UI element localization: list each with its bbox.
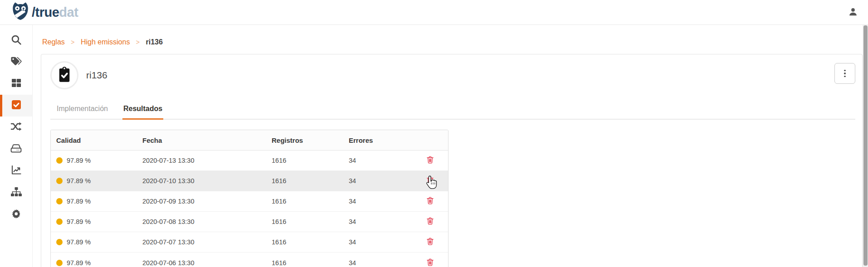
quality-value: 97.89 % [67, 198, 91, 205]
quality-dot [56, 178, 63, 184]
trash-icon [427, 156, 434, 165]
breadcrumb-link-high-emissions[interactable]: High emissions [81, 38, 130, 46]
breadcrumb-separator: > [136, 39, 140, 46]
breadcrumb-current: ri136 [146, 38, 162, 46]
records-value: 1616 [272, 157, 349, 164]
sidebar-item-dashboards[interactable] [0, 160, 32, 182]
check-square-icon [11, 99, 22, 112]
app-window: /truedat [0, 0, 868, 267]
gear-icon [11, 209, 21, 220]
rule-card-header: ri136 [50, 61, 855, 89]
records-value: 1616 [272, 238, 349, 246]
trash-icon [427, 176, 434, 185]
quality-value: 97.89 % [67, 238, 91, 246]
sidebar-item-taxonomy[interactable] [0, 182, 32, 204]
sitemap-icon [10, 186, 22, 199]
table-header-row: Calidad Fecha Registros Errores [51, 130, 448, 150]
quality-value: 97.89 % [67, 157, 91, 164]
date-value: 2020-07-08 13:30 [142, 218, 272, 225]
owl-logo-icon [12, 2, 29, 23]
delete-result-button[interactable] [425, 154, 435, 167]
scrollbar-thumb[interactable] [863, 25, 868, 266]
sidebar-item-quality-rules[interactable] [0, 95, 32, 117]
errors-value: 34 [349, 198, 412, 205]
chart-line-icon [11, 165, 22, 177]
logo-text-secondary: dat [59, 5, 78, 19]
column-header-errores: Errores [349, 136, 412, 144]
errors-value: 34 [349, 238, 412, 246]
quality-dot [56, 239, 63, 245]
rule-avatar [50, 61, 78, 89]
main-content: Reglas > High emissions > ri136 [33, 25, 868, 267]
shuffle-icon [10, 121, 22, 133]
user-icon [848, 7, 858, 18]
records-value: 1616 [272, 177, 349, 184]
sidebar-item-search[interactable] [0, 29, 32, 51]
tab-implementacion[interactable]: Implementación [56, 101, 109, 120]
delete-result-button[interactable] [425, 257, 435, 267]
table-row[interactable]: 97.89 % 2020-07-10 13:30 1616 34 [51, 171, 448, 191]
tags-icon [10, 56, 22, 68]
quality-value: 97.89 % [67, 218, 91, 225]
results-table: Calidad Fecha Registros Errores 97.89 % … [50, 130, 449, 267]
truedat-logo[interactable]: /truedat [12, 2, 78, 23]
table-row[interactable]: 97.89 % 2020-07-09 13:30 1616 34 [51, 191, 448, 212]
breadcrumb-link-reglas[interactable]: Reglas [42, 38, 65, 46]
tab-resultados[interactable]: Resultados [122, 101, 163, 120]
sidebar-item-sources[interactable] [0, 138, 32, 160]
top-bar: /truedat [0, 0, 868, 25]
rule-actions-menu-button[interactable] [834, 63, 855, 84]
errors-value: 34 [349, 157, 412, 164]
vertical-scrollbar[interactable] [863, 25, 868, 267]
table-row[interactable]: 97.89 % 2020-07-07 13:30 1616 34 [51, 232, 448, 252]
sidebar-item-settings[interactable] [0, 204, 32, 225]
tab-bar: Implementación Resultados [50, 101, 855, 120]
grid-icon [11, 78, 22, 90]
errors-value: 34 [349, 177, 412, 184]
errors-value: 34 [349, 218, 412, 225]
quality-dot [56, 260, 63, 266]
quality-value: 97.89 % [67, 259, 91, 267]
clipboard-check-icon [58, 67, 71, 84]
sidebar-item-tags[interactable] [0, 51, 32, 73]
sidebar-item-lineage[interactable] [0, 117, 32, 138]
records-value: 1616 [272, 259, 349, 267]
date-value: 2020-07-09 13:30 [142, 198, 272, 205]
user-menu-button[interactable] [848, 7, 858, 18]
delete-result-button[interactable] [425, 195, 435, 208]
rule-card: ri136 Implementación Resultados Calidad … [41, 54, 863, 267]
logo-text: /truedat [32, 6, 78, 19]
delete-result-button[interactable] [425, 175, 435, 187]
trash-icon [427, 197, 434, 206]
date-value: 2020-07-13 13:30 [142, 157, 272, 164]
column-header-calidad: Calidad [56, 136, 142, 144]
records-value: 1616 [272, 218, 349, 225]
archive-icon [10, 143, 22, 155]
date-value: 2020-07-07 13:30 [142, 238, 272, 246]
kebab-menu-icon [844, 70, 846, 78]
delete-result-button[interactable] [425, 215, 435, 228]
breadcrumb: Reglas > High emissions > ri136 [33, 25, 863, 54]
records-value: 1616 [272, 198, 349, 205]
date-value: 2020-07-06 13:30 [142, 259, 272, 267]
rule-title: ri136 [86, 70, 107, 81]
logo-text-primary: /true [32, 5, 59, 19]
delete-result-button[interactable] [425, 236, 435, 248]
table-row[interactable]: 97.89 % 2020-07-13 13:30 1616 34 [51, 150, 448, 171]
date-value: 2020-07-10 13:30 [142, 177, 272, 184]
column-header-fecha: Fecha [142, 136, 272, 144]
quality-value: 97.89 % [67, 177, 91, 184]
quality-dot [56, 198, 63, 204]
errors-value: 34 [349, 259, 412, 267]
column-header-registros: Registros [272, 136, 349, 144]
trash-icon [427, 217, 434, 226]
search-icon [10, 34, 22, 47]
table-row[interactable]: 97.89 % 2020-07-06 13:30 1616 34 [51, 252, 448, 267]
quality-dot [56, 218, 63, 225]
trash-icon [427, 238, 434, 247]
sidebar [0, 25, 33, 267]
table-row[interactable]: 97.89 % 2020-07-08 13:30 1616 34 [51, 212, 448, 232]
breadcrumb-separator: > [71, 39, 74, 46]
trash-icon [427, 258, 434, 267]
sidebar-item-structures[interactable] [0, 73, 32, 95]
